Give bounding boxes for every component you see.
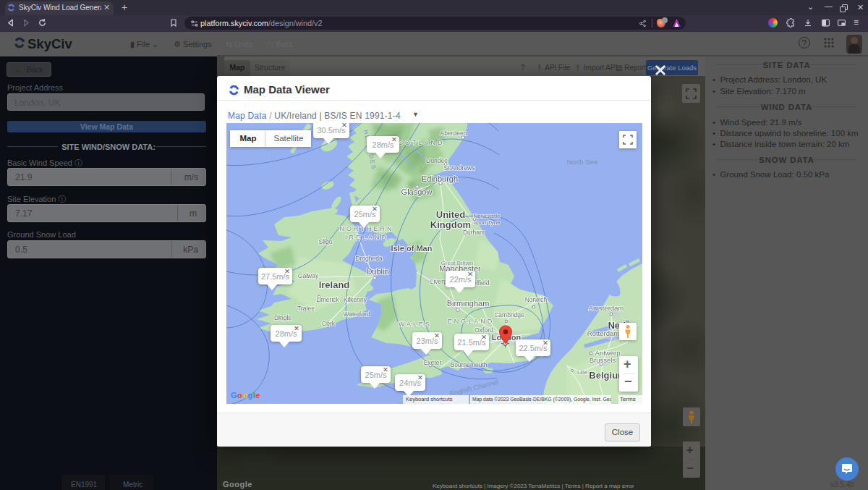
svg-text:North Sea: North Sea <box>567 158 598 166</box>
svg-text:Newcastle: Newcastle <box>474 213 501 219</box>
svg-text:Brussels: Brussels <box>590 356 616 364</box>
svg-text:Amsterdam: Amsterdam <box>589 304 624 312</box>
svg-text:Lille: Lille <box>577 369 588 376</box>
svg-text:Dingle: Dingle <box>274 314 292 321</box>
svg-text:Dundee: Dundee <box>426 157 448 164</box>
svg-text:Glasgow: Glasgow <box>401 187 433 196</box>
svg-text:Drogheda: Drogheda <box>355 255 383 262</box>
svg-text:Isle of Man: Isle of Man <box>391 244 433 253</box>
svg-text:Great Britain: Great Britain <box>441 260 474 266</box>
svg-text:Edinburgh: Edinburgh <box>422 174 458 183</box>
svg-text:Sligo: Sligo <box>319 238 333 245</box>
svg-text:upon Tyne: upon Tyne <box>473 219 501 226</box>
svg-text:WALES: WALES <box>399 321 432 328</box>
svg-text:ENGLAND: ENGLAND <box>448 318 495 325</box>
svg-text:Kilkenny: Kilkenny <box>344 296 367 303</box>
svg-text:Cambridge: Cambridge <box>494 311 524 318</box>
svg-text:Bournemouth: Bournemouth <box>450 361 487 368</box>
svg-text:SCOTLAND: SCOTLAND <box>391 139 444 146</box>
svg-text:Waterford: Waterford <box>343 311 370 318</box>
svg-text:IRELAND: IRELAND <box>345 234 388 241</box>
svg-text:Aberdeen: Aberdeen <box>441 130 467 137</box>
svg-text:United: United <box>436 209 466 220</box>
svg-text:Norwich: Norwich <box>525 296 548 303</box>
svg-text:Limerick: Limerick <box>316 296 339 303</box>
svg-text:Kingdom: Kingdom <box>430 219 471 230</box>
svg-text:Dublin: Dublin <box>366 267 388 276</box>
svg-text:Tralee: Tralee <box>297 305 315 312</box>
svg-text:Cork: Cork <box>322 320 336 327</box>
svg-text:Exeter: Exeter <box>424 359 442 366</box>
svg-text:Ireland: Ireland <box>319 279 350 290</box>
svg-text:Galway: Galway <box>298 272 319 279</box>
svg-text:St Andrews: St Andrews <box>444 164 475 172</box>
svg-text:Birmingham: Birmingham <box>447 299 490 308</box>
